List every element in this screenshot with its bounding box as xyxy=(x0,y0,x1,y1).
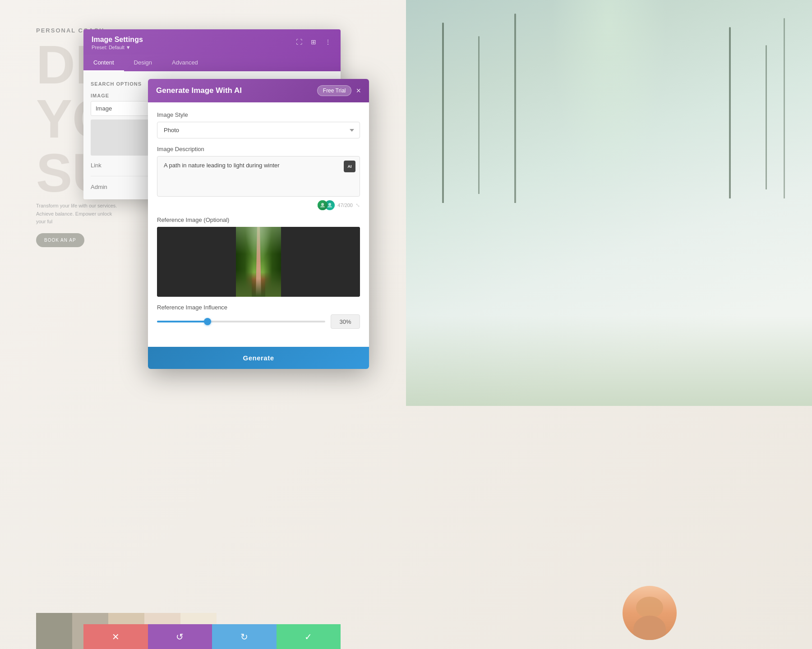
undo-button[interactable]: ↺ xyxy=(148,624,212,649)
person-avatar xyxy=(623,586,677,640)
description-wrapper: A path in nature leading to light during… xyxy=(157,156,360,198)
swatch-gray xyxy=(36,613,72,649)
image-style-label: Image Style xyxy=(157,111,360,118)
fullscreen-icon[interactable]: ⛶ xyxy=(295,37,304,46)
green-avatar-icon xyxy=(320,203,325,208)
slider-track xyxy=(157,321,325,322)
tab-advanced[interactable]: Advanced xyxy=(162,55,208,71)
cancel-button[interactable]: ✕ xyxy=(83,624,148,649)
char-count: 47/200 xyxy=(337,203,353,208)
close-button[interactable]: × xyxy=(356,87,361,95)
slider-thumb[interactable] xyxy=(204,318,211,325)
body-text-block: Transform your life with our services. A… xyxy=(36,202,117,247)
ref-image-section: Reference Image (Optional) xyxy=(157,216,360,297)
generate-button[interactable]: Generate xyxy=(148,347,369,369)
resize-handle[interactable]: ⤡ xyxy=(355,202,360,208)
redo-icon: ↻ xyxy=(240,631,248,642)
ref-image-container[interactable] xyxy=(157,227,360,297)
influence-label: Reference Image Influence xyxy=(157,304,360,311)
tab-design[interactable]: Design xyxy=(124,55,162,71)
influence-section: Reference Image Influence 30% xyxy=(157,304,360,329)
panel-preset[interactable]: Preset: Default ▼ xyxy=(92,45,143,50)
ai-btn-label: AI xyxy=(348,164,352,169)
confirm-icon: ✓ xyxy=(304,631,312,642)
char-count-row: 47/200 ⤡ xyxy=(157,200,360,210)
panel-tabs: Content Design Advanced xyxy=(83,55,341,71)
hero-right-image xyxy=(406,0,812,406)
ai-modal-title: Generate Image With AI xyxy=(156,86,242,95)
ai-generate-modal: Generate Image With AI Free Trial × Imag… xyxy=(148,79,369,369)
bottom-toolbar: ✕ ↺ ↻ ✓ xyxy=(83,624,341,649)
description-label: Image Description xyxy=(157,146,360,152)
svg-point-1 xyxy=(328,203,331,206)
book-button[interactable]: BOOK AN AP xyxy=(36,233,84,247)
influence-row: 30% xyxy=(157,314,360,329)
influence-value: 30% xyxy=(331,314,360,329)
body-paragraph: Transform your life with our services. A… xyxy=(36,202,117,226)
cancel-icon: ✕ xyxy=(112,631,120,642)
tab-content[interactable]: Content xyxy=(83,55,124,71)
ai-assist-button[interactable]: AI xyxy=(344,161,355,172)
influence-slider-container xyxy=(157,321,325,322)
description-textarea[interactable]: A path in nature leading to light during… xyxy=(157,156,360,197)
ref-image xyxy=(236,227,281,297)
ai-modal-body: Image Style Photo Illustration Painting … xyxy=(148,102,369,347)
ai-modal-header: Generate Image With AI Free Trial × xyxy=(148,79,369,102)
grid-icon[interactable]: ⊞ xyxy=(309,37,318,46)
ai-modal-header-right: Free Trial × xyxy=(317,85,361,96)
undo-icon: ↺ xyxy=(176,631,184,642)
svg-point-0 xyxy=(321,203,324,206)
confirm-button[interactable]: ✓ xyxy=(277,624,341,649)
free-trial-badge[interactable]: Free Trial xyxy=(317,85,352,96)
redo-button[interactable]: ↻ xyxy=(212,624,277,649)
image-style-select[interactable]: Photo Illustration Painting Sketch 3D Re… xyxy=(157,122,360,138)
ref-image-label: Reference Image (Optional) xyxy=(157,216,360,223)
slider-fill xyxy=(157,321,208,322)
bottom-right-image xyxy=(541,559,812,649)
panel-header: Image Settings Preset: Default ▼ ⛶ ⊞ ⋮ xyxy=(83,29,341,55)
panel-header-icons: ⛶ ⊞ ⋮ xyxy=(295,37,332,46)
panel-title: Image Settings xyxy=(92,36,143,44)
more-icon[interactable]: ⋮ xyxy=(323,37,332,46)
teal-avatar-icon xyxy=(327,203,332,208)
